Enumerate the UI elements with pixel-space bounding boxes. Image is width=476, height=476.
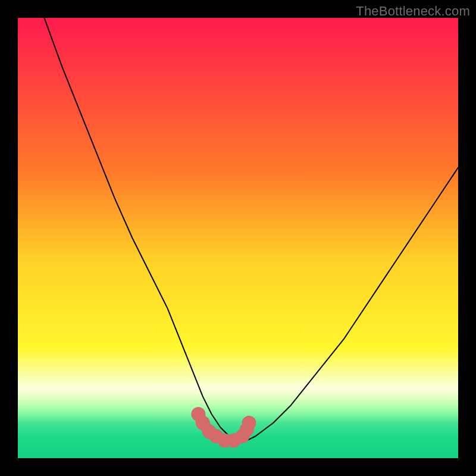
plot-area <box>18 18 458 458</box>
chart-frame: TheBottleneck.com <box>0 0 476 476</box>
chart-background <box>18 18 458 458</box>
chart-svg <box>18 18 458 458</box>
watermark-text: TheBottleneck.com <box>356 4 470 19</box>
